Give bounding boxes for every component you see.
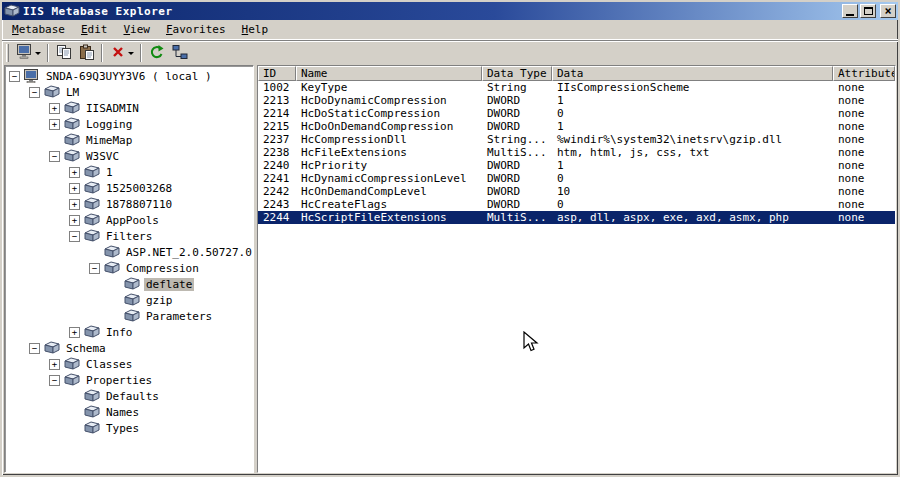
key-icon [84, 197, 100, 211]
toolbar-separator [140, 44, 142, 62]
tree-item-apppools[interactable]: +AppPools [5, 212, 253, 228]
table-row-hcscriptfileextensions[interactable]: 2244HcScriptFileExtensionsMultiS...asp, … [258, 211, 895, 224]
table-row-hcpriority[interactable]: 2240HcPriorityDWORD1none [258, 159, 895, 172]
cell-data: %windir%\system32\inetsrv\gzip.dll [552, 133, 833, 146]
tree-item-names[interactable]: Names [5, 404, 253, 420]
tree-item-info[interactable]: +Info [5, 324, 253, 340]
close-button[interactable]: × [880, 4, 896, 18]
tree-item-snda-69q3uyy3v6-local[interactable]: −SNDA-69Q3UYY3V6 ( local ) [5, 68, 253, 84]
network-button[interactable] [168, 42, 191, 64]
cell-name: HcScriptFileExtensions [296, 211, 482, 224]
key-icon [84, 325, 100, 339]
column-header-id[interactable]: ID [258, 66, 296, 81]
expand-toggle-icon[interactable]: + [49, 359, 60, 370]
column-header-attributes[interactable]: Attributes [833, 66, 895, 81]
tree-item-1[interactable]: +1 [5, 164, 253, 180]
expand-toggle-icon[interactable]: + [49, 103, 60, 114]
key-icon [64, 133, 80, 147]
collapse-toggle-icon[interactable]: − [89, 263, 100, 274]
tree-item-classes[interactable]: +Classes [5, 356, 253, 372]
table-row-hccompressiondll[interactable]: 2237HcCompressionDllString...%windir%\sy… [258, 133, 895, 146]
list-panel: IDNameData TypeDataAttributes 1002KeyTyp… [257, 65, 896, 473]
collapse-toggle-icon[interactable]: − [9, 71, 20, 82]
cell-data: 0 [552, 107, 833, 120]
key-icon [104, 261, 120, 275]
collapse-toggle-icon[interactable]: − [29, 87, 40, 98]
collapse-toggle-icon[interactable]: − [69, 231, 80, 242]
cell-attributes: none [833, 185, 895, 198]
expand-toggle-icon[interactable]: + [69, 199, 80, 210]
refresh-button[interactable] [145, 42, 168, 64]
expand-toggle-icon[interactable]: + [69, 167, 80, 178]
table-row-keytype[interactable]: 1002KeyTypeStringIIsCompressionSchemenon… [258, 81, 895, 94]
expand-toggle-icon[interactable]: + [49, 119, 60, 130]
tree-item-mimemap[interactable]: MimeMap [5, 132, 253, 148]
tree-item-deflate[interactable]: deflate [5, 276, 253, 292]
close-icon: × [884, 6, 891, 16]
table-row-hcfileextensions[interactable]: 2238HcFileExtensionsMultiS...htm, html, … [258, 146, 895, 159]
menu-item-view[interactable]: View [115, 20, 158, 39]
tree-item-label: Names [104, 406, 141, 419]
cell-data: 1 [552, 159, 833, 172]
menu-item-metabase[interactable]: Metabase [4, 20, 73, 39]
maximize-button[interactable] [860, 4, 876, 18]
tree-item-lm[interactable]: −LM [5, 84, 253, 100]
tree-item-1878807110[interactable]: +1878807110 [5, 196, 253, 212]
tree-item-filters[interactable]: −Filters [5, 228, 253, 244]
column-header-data-type[interactable]: Data Type [482, 66, 552, 81]
tree-item-w3svc[interactable]: −W3SVC [5, 148, 253, 164]
server-icon [17, 44, 33, 62]
minimize-button[interactable] [842, 4, 858, 18]
cell-id: 2213 [258, 94, 296, 107]
tree-item-parameters[interactable]: Parameters [5, 308, 253, 324]
cell-data-type: MultiS... [482, 146, 552, 159]
table-row-hcdoondemandcompression[interactable]: 2215HcDoOnDemandCompressionDWORD1none [258, 120, 895, 133]
collapse-toggle-icon[interactable]: − [49, 375, 60, 386]
title-bar[interactable]: IIS Metabase Explorer × [2, 2, 898, 20]
table-row-hccreateflags[interactable]: 2243HcCreateFlagsDWORD0none [258, 198, 895, 211]
expand-toggle-icon[interactable]: + [69, 215, 80, 226]
column-header-data[interactable]: Data [552, 66, 833, 81]
table-row-hcdodynamiccompression[interactable]: 2213HcDoDynamicCompressionDWORD1none [258, 94, 895, 107]
tree-item-label: Parameters [144, 310, 214, 323]
copy-button[interactable] [52, 42, 75, 64]
tree-item-gzip[interactable]: gzip [5, 292, 253, 308]
table-row-hcondemandcomplevel[interactable]: 2242HcOnDemandCompLevelDWORD10none [258, 185, 895, 198]
tree-item-types[interactable]: Types [5, 420, 253, 436]
tree-item-schema[interactable]: −Schema [5, 340, 253, 356]
cell-name: HcDoStaticCompression [296, 107, 482, 120]
paste-button[interactable] [75, 42, 98, 64]
delete-button[interactable] [106, 42, 137, 64]
key-icon [44, 85, 60, 99]
cell-name: HcCreateFlags [296, 198, 482, 211]
tree-item-asp-net-2-0-50727-0[interactable]: ASP.NET_2.0.50727.0 [5, 244, 253, 260]
tree-item-1525003268[interactable]: +1525003268 [5, 180, 253, 196]
tree-item-label: ASP.NET_2.0.50727.0 [124, 246, 254, 259]
tree-item-properties[interactable]: −Properties [5, 372, 253, 388]
column-header-name[interactable]: Name [296, 66, 482, 81]
tree-item-label: AppPools [104, 214, 161, 227]
connect-server-button[interactable] [13, 42, 44, 64]
key-icon [84, 181, 100, 195]
tree-item-iisadmin[interactable]: +IISADMIN [5, 100, 253, 116]
collapse-toggle-icon[interactable]: − [29, 343, 40, 354]
collapse-toggle-icon[interactable]: − [49, 151, 60, 162]
table-row-hcdynamiccompressionlevel[interactable]: 2241HcDynamicCompressionLevelDWORD0none [258, 172, 895, 185]
tree-item-label: Properties [84, 374, 154, 387]
app-icon [4, 4, 20, 18]
cell-attributes: none [833, 81, 895, 94]
table-row-hcdostaticcompression[interactable]: 2214HcDoStaticCompressionDWORD0none [258, 107, 895, 120]
expand-toggle-icon[interactable]: + [69, 183, 80, 194]
tree-item-compression[interactable]: −Compression [5, 260, 253, 276]
tree-item-defaults[interactable]: Defaults [5, 388, 253, 404]
cell-id: 2244 [258, 211, 296, 224]
expand-toggle-icon[interactable]: + [69, 327, 80, 338]
tree-item-logging[interactable]: +Logging [5, 116, 253, 132]
menu-item-edit[interactable]: Edit [73, 20, 116, 39]
cell-attributes: none [833, 198, 895, 211]
cell-data-type: DWORD [482, 198, 552, 211]
cell-data-type: DWORD [482, 107, 552, 120]
menu-item-help[interactable]: Help [234, 20, 277, 39]
tree-item-label: MimeMap [84, 134, 134, 147]
menu-item-favorites[interactable]: Favorites [158, 20, 234, 39]
